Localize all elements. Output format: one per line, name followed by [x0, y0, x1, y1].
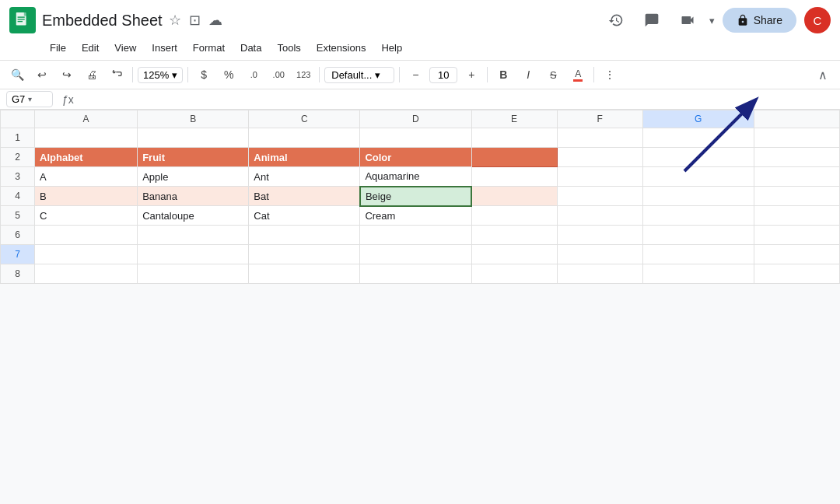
cell-b6[interactable]: [138, 226, 249, 245]
cell-a2[interactable]: Alphabet: [35, 148, 138, 167]
comment-icon[interactable]: [638, 6, 666, 34]
cell-d7[interactable]: [360, 245, 471, 264]
cell-e1[interactable]: [471, 128, 557, 148]
cell-h3[interactable]: [754, 167, 839, 187]
cell-g5[interactable]: [642, 206, 754, 226]
decimal-dec-btn[interactable]: .0: [243, 64, 264, 86]
cell-c2[interactable]: Animal: [249, 148, 360, 167]
cell-b2[interactable]: Fruit: [138, 148, 249, 167]
italic-btn[interactable]: I: [517, 64, 539, 86]
row-header-5[interactable]: 5: [1, 206, 35, 226]
cell-a7[interactable]: [35, 245, 138, 264]
cell-g3[interactable]: [642, 167, 754, 187]
cell-a5[interactable]: C: [35, 206, 138, 226]
cell-f8[interactable]: [557, 264, 642, 284]
print-btn[interactable]: 🖨: [81, 64, 103, 86]
share-button[interactable]: Share: [723, 8, 796, 33]
cell-h2[interactable]: [754, 148, 839, 167]
font-size-box[interactable]: 10: [429, 67, 457, 83]
cell-g1[interactable]: [642, 128, 754, 148]
menu-tools[interactable]: Tools: [271, 39, 306, 57]
cell-a1[interactable]: [35, 128, 138, 148]
paint-format-btn[interactable]: [106, 64, 128, 86]
font-size-inc-btn[interactable]: +: [460, 64, 482, 86]
cell-f5[interactable]: [557, 206, 642, 226]
cell-h6[interactable]: [754, 226, 839, 245]
cell-e8[interactable]: [471, 264, 557, 284]
cell-c6[interactable]: [249, 226, 360, 245]
bold-btn[interactable]: B: [492, 64, 514, 86]
row-header-8[interactable]: 8: [1, 264, 35, 284]
avatar[interactable]: C: [804, 7, 831, 33]
zoom-select[interactable]: 125% ▾: [138, 67, 183, 83]
cell-f7[interactable]: [557, 245, 642, 264]
menu-extensions[interactable]: Extensions: [310, 39, 373, 57]
cell-g7[interactable]: [642, 245, 754, 264]
cell-b4[interactable]: Banana: [138, 187, 249, 206]
cell-h4[interactable]: [754, 187, 839, 206]
toolbar-collapse-btn[interactable]: ∧: [812, 64, 834, 86]
strikethrough-btn[interactable]: S: [542, 64, 564, 86]
row-header-3[interactable]: 3: [1, 167, 35, 187]
menu-file[interactable]: File: [44, 39, 72, 57]
cell-a8[interactable]: [35, 264, 138, 284]
cell-e4[interactable]: [471, 187, 557, 206]
cell-e5[interactable]: [471, 206, 557, 226]
more-formats-btn[interactable]: ⋮: [599, 64, 621, 86]
cell-reference[interactable]: G7 ▾: [6, 91, 53, 107]
cell-a3[interactable]: A: [35, 167, 138, 187]
cell-b7[interactable]: [138, 245, 249, 264]
row-header-4[interactable]: 4: [1, 187, 35, 206]
row-header-1[interactable]: 1: [1, 128, 35, 148]
font-name-select[interactable]: Default... ▾: [324, 67, 394, 83]
row-header-6[interactable]: 6: [1, 226, 35, 245]
undo-btn[interactable]: ↩: [31, 64, 53, 86]
cell-c7[interactable]: [249, 245, 360, 264]
cell-h1[interactable]: [754, 128, 839, 148]
cell-h5[interactable]: [754, 206, 839, 226]
cell-e3[interactable]: [471, 167, 557, 187]
percent-btn[interactable]: %: [218, 64, 240, 86]
num-format-btn[interactable]: 123: [292, 64, 314, 86]
cell-d6[interactable]: [360, 226, 471, 245]
currency-btn[interactable]: $: [193, 64, 215, 86]
cell-c3[interactable]: Ant: [249, 167, 360, 187]
redo-btn[interactable]: ↪: [56, 64, 78, 86]
menu-insert[interactable]: Insert: [145, 39, 184, 57]
col-header-f[interactable]: F: [557, 110, 642, 128]
cell-e6[interactable]: [471, 226, 557, 245]
cell-a6[interactable]: [35, 226, 138, 245]
cell-h7[interactable]: [754, 245, 839, 264]
cell-b3[interactable]: Apple: [138, 167, 249, 187]
cell-f3[interactable]: [557, 167, 642, 187]
cell-f4[interactable]: [557, 187, 642, 206]
menu-data[interactable]: Data: [234, 39, 268, 57]
cell-d2[interactable]: Color: [360, 148, 471, 167]
cell-e7[interactable]: [471, 245, 557, 264]
cell-d1[interactable]: [360, 128, 471, 148]
cell-d3[interactable]: Aquamarine: [360, 167, 471, 187]
folder-icon[interactable]: ⊡: [189, 12, 201, 29]
cell-c5[interactable]: Cat: [249, 206, 360, 226]
col-header-b[interactable]: B: [138, 110, 249, 128]
col-header-c[interactable]: C: [249, 110, 360, 128]
col-header-g[interactable]: G: [642, 110, 754, 128]
cell-d8[interactable]: [360, 264, 471, 284]
col-header-a[interactable]: A: [35, 110, 138, 128]
row-header-7[interactable]: 7: [1, 245, 35, 264]
search-btn[interactable]: 🔍: [6, 64, 28, 86]
menu-format[interactable]: Format: [187, 39, 231, 57]
menu-edit[interactable]: Edit: [75, 39, 105, 57]
menu-help[interactable]: Help: [375, 39, 408, 57]
cell-b5[interactable]: Cantaloupe: [138, 206, 249, 226]
cell-g6[interactable]: [642, 226, 754, 245]
cell-g2[interactable]: [642, 148, 754, 167]
cell-g8[interactable]: [642, 264, 754, 284]
text-color-btn[interactable]: A: [567, 64, 589, 86]
cell-e2[interactable]: [471, 148, 557, 167]
cell-g4[interactable]: [642, 187, 754, 206]
cell-d5[interactable]: Cream: [360, 206, 471, 226]
decimal-inc-btn[interactable]: .00: [268, 64, 289, 86]
cell-c1[interactable]: [249, 128, 360, 148]
cell-b8[interactable]: [138, 264, 249, 284]
